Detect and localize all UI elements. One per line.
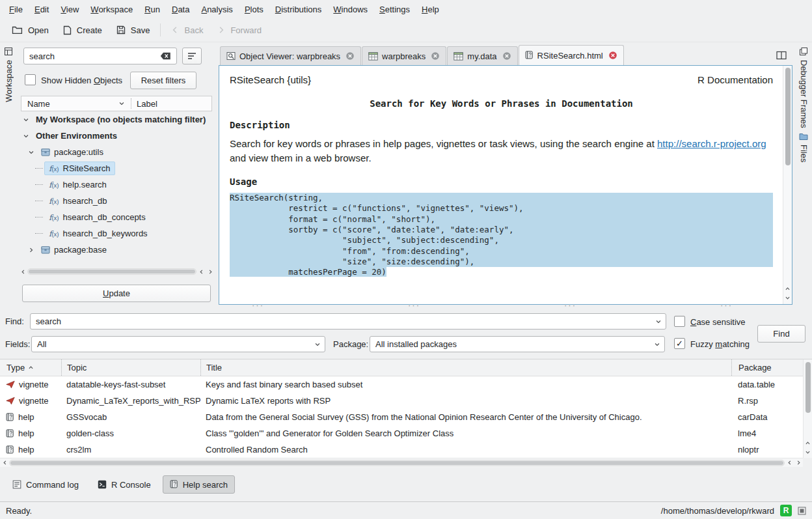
tree-item-rsitesearch[interactable]: f(x)RSiteSearch (18, 160, 213, 176)
close-icon[interactable] (431, 51, 440, 61)
menu-data[interactable]: Data (166, 1, 195, 18)
column-header-topic[interactable]: Topic (61, 359, 200, 376)
menu-file[interactable]: File (3, 1, 29, 18)
workspace-dock-tab[interactable]: Workspace (0, 42, 17, 102)
scrollbar-thumb[interactable] (29, 270, 195, 274)
tool-view-command-log[interactable]: Command log (5, 475, 86, 494)
doc-tab-rsitesearch-html[interactable]: RSiteSearch.html (519, 45, 624, 65)
help-icon (6, 413, 14, 422)
result-row-golden-class[interactable]: helpgolden-classClass "'golden'" and Gen… (0, 425, 803, 442)
tree-item-my-workspace-no-objects-matching-filter[interactable]: My Workspace (no objects matching filter… (18, 111, 213, 128)
find-button[interactable]: Find (757, 325, 805, 343)
scroll-left-end-icon[interactable] (785, 458, 794, 468)
menu-workspace[interactable]: Workspace (85, 1, 139, 18)
column-header-name[interactable]: Name (21, 96, 131, 111)
expander-open-icon[interactable] (21, 117, 31, 123)
help-document-content: RSiteSearch {utils} R Documentation Sear… (219, 66, 782, 304)
tree-item-hsearch-db-concepts[interactable]: f(x)hsearch_db_concepts (18, 209, 213, 225)
fuzzy-matching-label[interactable]: Fuzzy matching (690, 339, 750, 349)
fields-combobox[interactable]: All (31, 336, 325, 352)
show-hidden-label[interactable]: Show Hidden Objects (41, 76, 122, 85)
scrollbar-track[interactable] (9, 460, 785, 466)
show-hidden-checkbox[interactable] (25, 74, 36, 85)
close-icon[interactable] (345, 51, 355, 61)
doc-scrollbar-thumb[interactable] (785, 68, 791, 165)
doc-tab-object-viewer-warpbreaks[interactable]: Object Viewer: warpbreaks (220, 46, 361, 65)
scroll-right-icon[interactable] (794, 458, 803, 468)
filter-options-button[interactable] (182, 48, 202, 64)
close-modified-icon[interactable] (608, 51, 617, 60)
package-combobox[interactable]: All installed packages (370, 336, 665, 352)
tree-horizontal-scrollbar[interactable] (18, 267, 215, 276)
update-button[interactable]: Update (22, 285, 211, 302)
working-directory[interactable]: /home/thomas/develop/rkward (661, 506, 774, 516)
r-status-badge[interactable]: R (780, 505, 792, 516)
column-header-title[interactable]: Title (200, 359, 731, 376)
tree-item-hsearch-db[interactable]: f(x)hsearch_db (18, 193, 213, 209)
tree-item-package-base[interactable]: package:base (18, 242, 213, 258)
result-row-gssvocab[interactable]: helpGSSvocabData from the General Social… (0, 409, 803, 425)
tree-item-other-environments[interactable]: Other Environments (18, 128, 213, 144)
menu-distributions[interactable]: Distributions (269, 1, 328, 18)
results-vertical-scrollbar[interactable] (803, 359, 812, 458)
scroll-down-icon[interactable] (804, 448, 812, 456)
scroll-up-icon[interactable] (804, 439, 812, 447)
scroll-left-end-icon[interactable] (196, 267, 206, 276)
menu-analysis[interactable]: Analysis (195, 1, 238, 18)
results-scrollbar-thumb[interactable] (805, 362, 811, 413)
status-indicator-icon[interactable] (798, 507, 806, 515)
usage-code-line: RSiteSearch(string, (230, 193, 773, 203)
object-search-input[interactable] (23, 48, 177, 64)
tool-view-r-console[interactable]: R Console (90, 475, 158, 494)
tree-item-package-utils[interactable]: package:utils (18, 144, 213, 160)
tree-item-help-search[interactable]: f(x)help.search (18, 176, 213, 193)
expander-closed-icon[interactable] (26, 247, 36, 253)
menu-run[interactable]: Run (139, 1, 166, 18)
doc-tab-my-data[interactable]: my.data (447, 46, 517, 65)
scroll-down-icon[interactable] (783, 294, 792, 302)
scroll-right-icon[interactable] (206, 267, 215, 276)
tree-item-content: f(x)hsearch_db (44, 194, 111, 208)
column-header-package[interactable]: Package (731, 359, 803, 376)
doc-tab-warpbreaks[interactable]: warpbreaks (362, 46, 446, 65)
workspace-panel: Show Hidden Objects Reset filters Name L… (17, 42, 216, 309)
expander-open-icon[interactable] (26, 149, 36, 156)
save-button[interactable]: Save (109, 20, 157, 40)
expander-open-icon[interactable] (21, 133, 31, 139)
scrollbar-track[interactable] (27, 268, 196, 275)
result-row-dynamic-latex-reports-with-rsp[interactable]: vignetteDynamic_LaTeX_reports_with_RSPDy… (0, 393, 803, 409)
column-header-label[interactable]: Label (131, 99, 157, 109)
result-row-crs2lm[interactable]: helpcrs2lmControlled Random Searchnloptr (0, 442, 803, 458)
column-header-type[interactable]: Type (0, 359, 61, 376)
results-horizontal-scrollbar[interactable] (0, 458, 803, 467)
menu-settings[interactable]: Settings (373, 1, 416, 18)
back-button[interactable]: Back (164, 20, 210, 40)
clear-search-ic­on[interactable] (160, 52, 171, 60)
menu-view[interactable]: View (55, 1, 85, 18)
scroll-up-icon[interactable] (783, 285, 792, 293)
files-dock-tab[interactable]: Files (795, 128, 812, 162)
scrollbar-thumb[interactable] (10, 461, 783, 465)
forward-button[interactable]: Forward (210, 20, 269, 40)
search-site-link[interactable]: http://search.r-project.org (657, 138, 766, 149)
menu-help[interactable]: Help (416, 1, 445, 18)
debugger-frames-dock-tab[interactable]: Debugger Frames (795, 42, 812, 128)
menu-edit[interactable]: Edit (29, 1, 55, 18)
case-sensitive-checkbox[interactable] (674, 316, 685, 327)
create-button[interactable]: Create (56, 20, 109, 40)
tool-view-help-search[interactable]: Help search (163, 475, 235, 494)
scroll-left-icon[interactable] (0, 458, 9, 468)
doc-vertical-scrollbar[interactable] (783, 66, 792, 304)
menu-windows[interactable]: Windows (327, 1, 373, 18)
menu-plots[interactable]: Plots (239, 1, 269, 18)
result-row-datatable-keys-fast-subset[interactable]: vignettedatatable-keys-fast-subsetKeys a… (0, 376, 803, 393)
find-combobox[interactable]: search (30, 313, 666, 330)
tree-item-hsearch-db-keywords[interactable]: f(x)hsearch_db_keywords (18, 225, 213, 242)
open-button[interactable]: Open (5, 20, 56, 40)
scroll-left-icon[interactable] (18, 267, 27, 276)
close-icon[interactable] (502, 51, 511, 61)
fuzzy-matching-checkbox[interactable]: ✓ (674, 338, 685, 349)
case-sensitive-label[interactable]: Case sensitive (690, 317, 746, 327)
split-view-button[interactable] (774, 48, 789, 63)
reset-filters-button[interactable]: Reset filters (130, 72, 196, 89)
